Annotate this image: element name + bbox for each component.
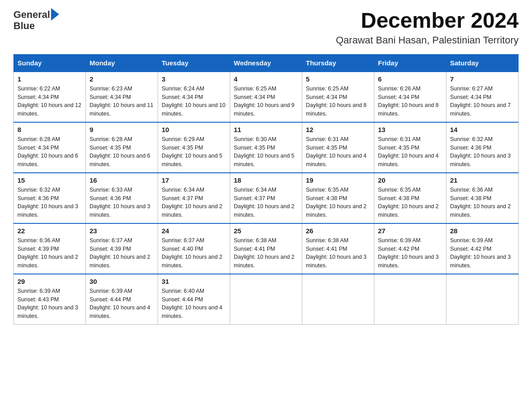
weekday-header-row: Sunday Monday Tuesday Wednesday Thursday… xyxy=(14,54,519,72)
day-info: Sunrise: 6:26 AM Sunset: 4:34 PM Dayligh… xyxy=(378,85,442,118)
calendar-cell-w3d7: 21 Sunrise: 6:36 AM Sunset: 4:38 PM Dayl… xyxy=(446,173,519,223)
calendar-cell-w1d4: 4 Sunrise: 6:25 AM Sunset: 4:34 PM Dayli… xyxy=(230,72,302,122)
calendar-cell-w5d4 xyxy=(230,274,302,325)
day-number: 10 xyxy=(162,126,226,133)
day-number: 21 xyxy=(450,176,515,184)
title-block: December 2024 Qarawat Bani Hasan, Palest… xyxy=(336,9,519,46)
calendar-cell-w3d5: 19 Sunrise: 6:35 AM Sunset: 4:38 PM Dayl… xyxy=(302,173,374,223)
calendar-cell-w1d5: 5 Sunrise: 6:25 AM Sunset: 4:34 PM Dayli… xyxy=(302,72,374,122)
day-info: Sunrise: 6:37 AM Sunset: 4:40 PM Dayligh… xyxy=(162,236,226,270)
calendar-cell-w5d7 xyxy=(446,274,519,325)
day-info: Sunrise: 6:36 AM Sunset: 4:38 PM Dayligh… xyxy=(450,186,515,219)
header-wednesday: Wednesday xyxy=(230,54,302,72)
day-number: 6 xyxy=(378,75,442,83)
day-number: 15 xyxy=(17,176,82,184)
calendar-cell-w1d6: 6 Sunrise: 6:26 AM Sunset: 4:34 PM Dayli… xyxy=(374,72,446,122)
calendar-cell-w5d1: 29 Sunrise: 6:39 AM Sunset: 4:43 PM Dayl… xyxy=(14,274,86,325)
calendar-week-4: 22 Sunrise: 6:36 AM Sunset: 4:39 PM Dayl… xyxy=(14,223,519,274)
day-info: Sunrise: 6:40 AM Sunset: 4:44 PM Dayligh… xyxy=(162,287,226,321)
calendar-cell-w3d4: 18 Sunrise: 6:34 AM Sunset: 4:37 PM Dayl… xyxy=(230,173,302,223)
day-number: 12 xyxy=(306,126,370,133)
header-tuesday: Tuesday xyxy=(158,54,230,72)
day-number: 22 xyxy=(17,227,82,235)
calendar-cell-w3d1: 15 Sunrise: 6:32 AM Sunset: 4:36 PM Dayl… xyxy=(14,173,86,223)
day-info: Sunrise: 6:30 AM Sunset: 4:35 PM Dayligh… xyxy=(234,135,298,169)
calendar-cell-w4d2: 23 Sunrise: 6:37 AM Sunset: 4:39 PM Dayl… xyxy=(86,223,158,274)
day-number: 3 xyxy=(162,75,226,83)
header-sunday: Sunday xyxy=(14,54,86,72)
day-info: Sunrise: 6:31 AM Sunset: 4:35 PM Dayligh… xyxy=(378,135,442,169)
day-number: 11 xyxy=(234,126,298,133)
calendar-cell-w1d3: 3 Sunrise: 6:24 AM Sunset: 4:34 PM Dayli… xyxy=(158,72,230,122)
day-info: Sunrise: 6:23 AM Sunset: 4:34 PM Dayligh… xyxy=(90,85,154,118)
calendar-cell-w3d2: 16 Sunrise: 6:33 AM Sunset: 4:36 PM Dayl… xyxy=(86,173,158,223)
day-number: 16 xyxy=(90,176,154,184)
location-subtitle: Qarawat Bani Hasan, Palestinian Territor… xyxy=(336,34,519,46)
logo-text-general: General xyxy=(13,9,50,20)
day-number: 26 xyxy=(306,227,370,235)
day-number: 31 xyxy=(162,278,226,285)
month-year-title: December 2024 xyxy=(336,9,519,33)
day-info: Sunrise: 6:28 AM Sunset: 4:34 PM Dayligh… xyxy=(17,135,82,169)
logo-arrow-icon xyxy=(51,8,59,21)
calendar-cell-w4d1: 22 Sunrise: 6:36 AM Sunset: 4:39 PM Dayl… xyxy=(14,223,86,274)
calendar-cell-w5d6 xyxy=(374,274,446,325)
day-number: 25 xyxy=(234,227,298,235)
day-number: 29 xyxy=(17,278,82,285)
calendar-cell-w5d3: 31 Sunrise: 6:40 AM Sunset: 4:44 PM Dayl… xyxy=(158,274,230,325)
day-info: Sunrise: 6:32 AM Sunset: 4:36 PM Dayligh… xyxy=(17,186,82,219)
day-number: 5 xyxy=(306,75,370,83)
header-thursday: Thursday xyxy=(302,54,374,72)
day-number: 28 xyxy=(450,227,515,235)
day-info: Sunrise: 6:25 AM Sunset: 4:34 PM Dayligh… xyxy=(234,85,298,118)
logo-text-blue: Blue xyxy=(13,21,35,31)
day-number: 20 xyxy=(378,176,442,184)
day-number: 7 xyxy=(450,75,515,83)
header-friday: Friday xyxy=(374,54,446,72)
day-info: Sunrise: 6:24 AM Sunset: 4:34 PM Dayligh… xyxy=(162,85,226,118)
day-number: 19 xyxy=(306,176,370,184)
calendar-week-2: 8 Sunrise: 6:28 AM Sunset: 4:34 PM Dayli… xyxy=(14,122,519,173)
day-info: Sunrise: 6:32 AM Sunset: 4:36 PM Dayligh… xyxy=(450,135,515,169)
calendar-cell-w5d5 xyxy=(302,274,374,325)
calendar-cell-w2d1: 8 Sunrise: 6:28 AM Sunset: 4:34 PM Dayli… xyxy=(14,122,86,173)
day-info: Sunrise: 6:38 AM Sunset: 4:41 PM Dayligh… xyxy=(306,236,370,270)
day-info: Sunrise: 6:27 AM Sunset: 4:34 PM Dayligh… xyxy=(450,85,515,118)
day-info: Sunrise: 6:34 AM Sunset: 4:37 PM Dayligh… xyxy=(162,186,226,219)
day-number: 13 xyxy=(378,126,442,133)
day-info: Sunrise: 6:39 AM Sunset: 4:42 PM Dayligh… xyxy=(378,236,442,270)
calendar-week-1: 1 Sunrise: 6:22 AM Sunset: 4:34 PM Dayli… xyxy=(14,72,519,122)
day-info: Sunrise: 6:39 AM Sunset: 4:43 PM Dayligh… xyxy=(17,287,82,321)
calendar-header: Sunday Monday Tuesday Wednesday Thursday… xyxy=(14,54,519,72)
calendar-cell-w1d7: 7 Sunrise: 6:27 AM Sunset: 4:34 PM Dayli… xyxy=(446,72,519,122)
day-number: 8 xyxy=(17,126,82,133)
calendar-cell-w2d3: 10 Sunrise: 6:29 AM Sunset: 4:35 PM Dayl… xyxy=(158,122,230,173)
day-number: 24 xyxy=(162,227,226,235)
page-header: General Blue December 2024 Qarawat Bani … xyxy=(13,9,519,46)
day-info: Sunrise: 6:34 AM Sunset: 4:37 PM Dayligh… xyxy=(234,186,298,219)
day-info: Sunrise: 6:38 AM Sunset: 4:41 PM Dayligh… xyxy=(234,236,298,270)
calendar-cell-w4d4: 25 Sunrise: 6:38 AM Sunset: 4:41 PM Dayl… xyxy=(230,223,302,274)
day-number: 2 xyxy=(90,75,154,83)
day-info: Sunrise: 6:39 AM Sunset: 4:44 PM Dayligh… xyxy=(90,287,154,321)
day-number: 23 xyxy=(90,227,154,235)
day-info: Sunrise: 6:36 AM Sunset: 4:39 PM Dayligh… xyxy=(17,236,82,270)
header-saturday: Saturday xyxy=(446,54,519,72)
day-number: 17 xyxy=(162,176,226,184)
day-info: Sunrise: 6:39 AM Sunset: 4:42 PM Dayligh… xyxy=(450,236,515,270)
header-monday: Monday xyxy=(86,54,158,72)
day-info: Sunrise: 6:29 AM Sunset: 4:35 PM Dayligh… xyxy=(162,135,226,169)
day-number: 30 xyxy=(90,278,154,285)
day-info: Sunrise: 6:35 AM Sunset: 4:38 PM Dayligh… xyxy=(378,186,442,219)
day-number: 18 xyxy=(234,176,298,184)
calendar-cell-w5d2: 30 Sunrise: 6:39 AM Sunset: 4:44 PM Dayl… xyxy=(86,274,158,325)
day-number: 27 xyxy=(378,227,442,235)
day-info: Sunrise: 6:33 AM Sunset: 4:36 PM Dayligh… xyxy=(90,186,154,219)
calendar-cell-w2d4: 11 Sunrise: 6:30 AM Sunset: 4:35 PM Dayl… xyxy=(230,122,302,173)
day-info: Sunrise: 6:25 AM Sunset: 4:34 PM Dayligh… xyxy=(306,85,370,118)
calendar-week-5: 29 Sunrise: 6:39 AM Sunset: 4:43 PM Dayl… xyxy=(14,274,519,325)
calendar-cell-w4d5: 26 Sunrise: 6:38 AM Sunset: 4:41 PM Dayl… xyxy=(302,223,374,274)
day-info: Sunrise: 6:22 AM Sunset: 4:34 PM Dayligh… xyxy=(17,85,82,118)
day-info: Sunrise: 6:35 AM Sunset: 4:38 PM Dayligh… xyxy=(306,186,370,219)
calendar-cell-w4d6: 27 Sunrise: 6:39 AM Sunset: 4:42 PM Dayl… xyxy=(374,223,446,274)
